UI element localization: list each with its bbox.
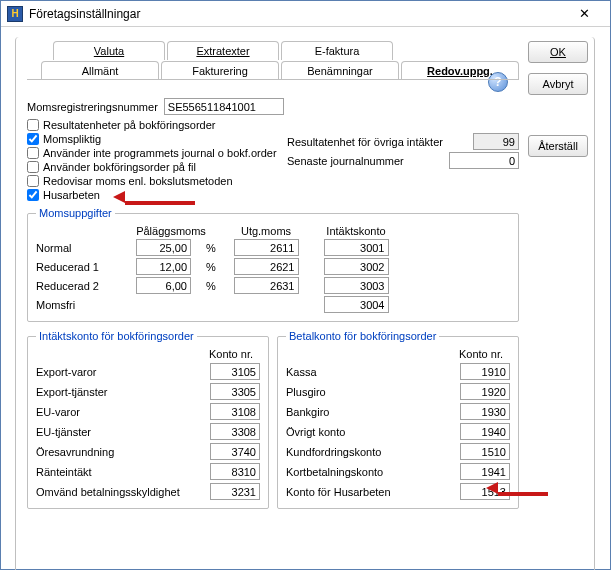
tab-extratexter[interactable]: Extratexter: [167, 41, 279, 60]
tab-valuta[interactable]: Valuta: [53, 41, 165, 60]
window-title: Företagsinställningar: [29, 7, 564, 21]
plusg-input[interactable]: [460, 383, 510, 400]
betalkonto-group: Betalkonto för bokföringsorder Konto nr.…: [277, 330, 519, 509]
senaste-label: Senaste journalnummer: [287, 155, 404, 167]
betal-konto-hdr: Konto nr.: [452, 348, 510, 360]
app-icon: H: [7, 6, 23, 22]
momsreg-input[interactable]: [164, 98, 284, 115]
kassa-input[interactable]: [460, 363, 510, 380]
red1-intakt[interactable]: [324, 258, 389, 275]
euvaror-input[interactable]: [210, 403, 260, 420]
oresav-input[interactable]: [210, 443, 260, 460]
tab-fakturering[interactable]: Fakturering: [161, 61, 279, 80]
ovrigt-input[interactable]: [460, 423, 510, 440]
omvand-input[interactable]: [210, 483, 260, 500]
cb-redovisar[interactable]: [27, 175, 39, 187]
momsreg-label: Momsregistreringsnummer: [27, 101, 158, 113]
kundf-input[interactable]: [460, 443, 510, 460]
arrow-husarbeten: [125, 195, 195, 207]
momsfri-intakt[interactable]: [324, 296, 389, 313]
aterstall-button[interactable]: Återställ: [528, 135, 588, 157]
hdr-palagg: Påläggsmoms: [136, 225, 206, 237]
window: H Företagsinställningar ✕ Valuta Extrate…: [0, 0, 611, 570]
resultatenhet-input: [473, 133, 519, 150]
cb-anvinte[interactable]: [27, 147, 39, 159]
normal-intakt[interactable]: [324, 239, 389, 256]
tab-allmant[interactable]: Allmänt: [41, 61, 159, 80]
cb-anvfil[interactable]: [27, 161, 39, 173]
senaste-input[interactable]: [449, 152, 519, 169]
tab-benamningar[interactable]: Benämningar: [281, 61, 399, 80]
hdr-utg: Utg.moms: [241, 225, 291, 237]
row-normal-label: Normal: [36, 242, 136, 254]
bankg-input[interactable]: [460, 403, 510, 420]
tab-content: Momsregistreringsnummer Resultatenheter …: [27, 79, 519, 569]
checkbox-column: Resultatenheter på bokföringsorder Momsp…: [27, 119, 287, 203]
expvaror-input[interactable]: [210, 363, 260, 380]
tab-row-bottom: Allmänt Fakturering Benämningar Redov.up…: [41, 61, 519, 80]
red2-palagg[interactable]: [136, 277, 191, 294]
row-momsfri-label: Momsfri: [36, 299, 136, 311]
red2-intakt[interactable]: [324, 277, 389, 294]
hdr-intakt: Intäktskonto: [326, 225, 385, 237]
tab-row-top: Valuta Extratexter E-faktura: [53, 41, 393, 60]
close-button[interactable]: ✕: [564, 5, 604, 23]
ok-button[interactable]: OK: [528, 41, 588, 63]
row-red2-label: Reducerad 2: [36, 280, 136, 292]
normal-utg[interactable]: [234, 239, 299, 256]
exptjanst-input[interactable]: [210, 383, 260, 400]
resultatenhet-label: Resultatenhet för övriga intäkter: [287, 136, 443, 148]
red1-utg[interactable]: [234, 258, 299, 275]
betalkonto-legend: Betalkonto för bokföringsorder: [286, 330, 439, 342]
arrow-hus-konto: [498, 486, 548, 498]
normal-palagg[interactable]: [136, 239, 191, 256]
momsuppgifter-legend: Momsuppgifter: [36, 207, 115, 219]
avbryt-button[interactable]: Avbryt: [528, 73, 588, 95]
momsuppgifter-group: Momsuppgifter Påläggsmoms Utg.moms Intäk…: [27, 207, 519, 322]
cb-husarbeten[interactable]: [27, 189, 39, 201]
tab-redov[interactable]: Redov.uppg. ?: [401, 61, 519, 80]
intakt-konto-hdr: Konto nr.: [202, 348, 260, 360]
kortb-input[interactable]: [460, 463, 510, 480]
cb-resultatenheter[interactable]: [27, 119, 39, 131]
side-buttons: OK Avbryt Återställ: [528, 41, 588, 157]
right-fields: Resultatenhet för övriga intäkter Senast…: [287, 119, 519, 203]
intaktskonto-legend: Intäktskonto för bokföringsorder: [36, 330, 197, 342]
eutjanst-input[interactable]: [210, 423, 260, 440]
dialog-body: Valuta Extratexter E-faktura Allmänt Fak…: [1, 27, 610, 569]
rante-input[interactable]: [210, 463, 260, 480]
red2-utg[interactable]: [234, 277, 299, 294]
titlebar: H Företagsinställningar ✕: [1, 1, 610, 27]
tab-efaktura[interactable]: E-faktura: [281, 41, 393, 60]
cb-momspliktig[interactable]: [27, 133, 39, 145]
red1-palagg[interactable]: [136, 258, 191, 275]
row-red1-label: Reducerad 1: [36, 261, 136, 273]
intaktskonto-group: Intäktskonto för bokföringsorder Konto n…: [27, 330, 269, 509]
